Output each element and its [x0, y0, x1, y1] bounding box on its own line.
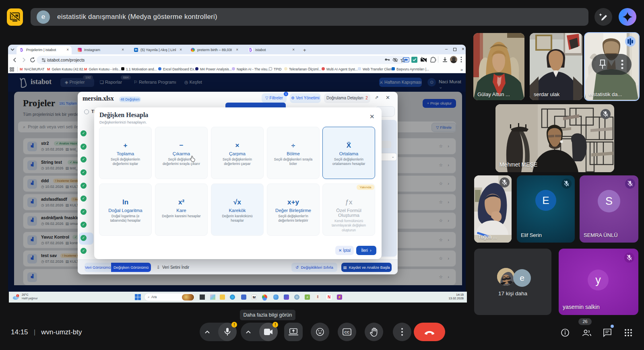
- svg-text:1: 1: [17, 294, 18, 297]
- svg-text:CC: CC: [345, 330, 350, 334]
